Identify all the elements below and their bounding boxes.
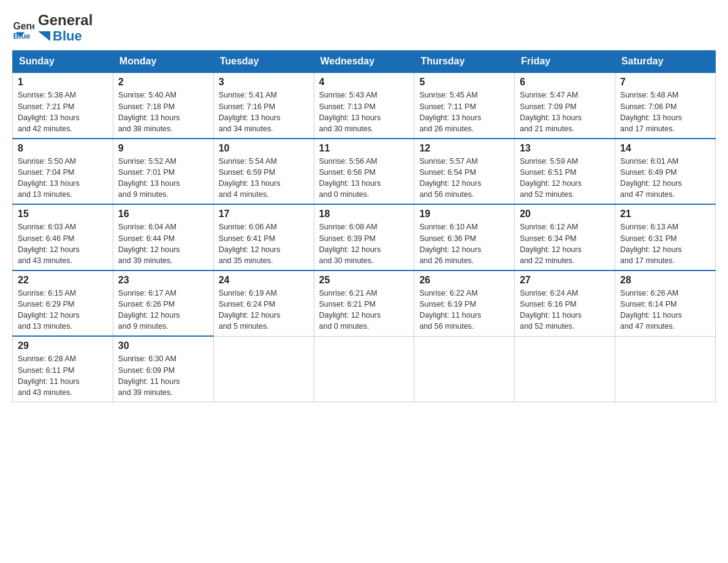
day-number: 28 bbox=[620, 275, 710, 286]
day-number: 7 bbox=[620, 77, 710, 88]
calendar-cell: 3Sunrise: 5:41 AMSunset: 7:16 PMDaylight… bbox=[213, 72, 314, 139]
day-number: 5 bbox=[419, 77, 509, 88]
calendar-cell: 5Sunrise: 5:45 AMSunset: 7:11 PMDaylight… bbox=[414, 72, 515, 139]
day-number: 22 bbox=[18, 275, 108, 286]
day-number: 6 bbox=[520, 77, 610, 88]
svg-text:Blue: Blue bbox=[13, 31, 30, 39]
logo: General Blue General Blue bbox=[12, 12, 93, 44]
calendar-cell: 30Sunrise: 6:30 AMSunset: 6:09 PMDayligh… bbox=[113, 336, 213, 402]
calendar-cell: 26Sunrise: 6:22 AMSunset: 6:19 PMDayligh… bbox=[414, 270, 515, 337]
day-number: 11 bbox=[319, 143, 409, 154]
calendar-cell: 1Sunrise: 5:38 AMSunset: 7:21 PMDaylight… bbox=[13, 72, 113, 139]
calendar-cell: 17Sunrise: 6:06 AMSunset: 6:41 PMDayligh… bbox=[213, 204, 314, 270]
calendar-cell bbox=[515, 336, 615, 402]
calendar-cell: 29Sunrise: 6:28 AMSunset: 6:11 PMDayligh… bbox=[13, 336, 113, 402]
day-header-wednesday: Wednesday bbox=[314, 51, 414, 73]
calendar-cell: 16Sunrise: 6:04 AMSunset: 6:44 PMDayligh… bbox=[113, 204, 213, 270]
calendar-cell: 27Sunrise: 6:24 AMSunset: 6:16 PMDayligh… bbox=[515, 270, 615, 337]
calendar-week-row: 22Sunrise: 6:15 AMSunset: 6:29 PMDayligh… bbox=[13, 270, 716, 337]
day-info: Sunrise: 5:41 AMSunset: 7:16 PMDaylight:… bbox=[219, 90, 309, 134]
day-number: 26 bbox=[419, 275, 509, 286]
day-info: Sunrise: 5:56 AMSunset: 6:56 PMDaylight:… bbox=[319, 156, 409, 201]
calendar-cell bbox=[314, 336, 414, 402]
logo-blue-text: Blue bbox=[53, 28, 82, 44]
calendar-week-row: 29Sunrise: 6:28 AMSunset: 6:11 PMDayligh… bbox=[13, 336, 716, 402]
day-number: 29 bbox=[18, 340, 108, 351]
calendar-table: SundayMondayTuesdayWednesdayThursdayFrid… bbox=[12, 50, 716, 402]
day-info: Sunrise: 6:01 AMSunset: 6:49 PMDaylight:… bbox=[620, 156, 710, 201]
calendar-cell: 19Sunrise: 6:10 AMSunset: 6:36 PMDayligh… bbox=[414, 204, 515, 270]
svg-marker-3 bbox=[38, 31, 50, 41]
calendar-cell: 21Sunrise: 6:13 AMSunset: 6:31 PMDayligh… bbox=[615, 204, 716, 270]
day-header-monday: Monday bbox=[113, 51, 213, 73]
day-number: 1 bbox=[18, 77, 108, 88]
day-info: Sunrise: 5:57 AMSunset: 6:54 PMDaylight:… bbox=[419, 156, 509, 201]
calendar-cell: 2Sunrise: 5:40 AMSunset: 7:18 PMDaylight… bbox=[113, 72, 213, 139]
day-info: Sunrise: 6:26 AMSunset: 6:14 PMDaylight:… bbox=[620, 288, 710, 332]
day-number: 19 bbox=[419, 209, 509, 220]
day-number: 13 bbox=[520, 143, 610, 154]
day-info: Sunrise: 5:47 AMSunset: 7:09 PMDaylight:… bbox=[520, 90, 610, 134]
day-number: 20 bbox=[520, 209, 610, 220]
calendar-cell: 9Sunrise: 5:52 AMSunset: 7:01 PMDaylight… bbox=[113, 139, 213, 205]
calendar-week-row: 1Sunrise: 5:38 AMSunset: 7:21 PMDaylight… bbox=[13, 72, 716, 139]
day-info: Sunrise: 5:59 AMSunset: 6:51 PMDaylight:… bbox=[520, 156, 610, 201]
day-info: Sunrise: 6:21 AMSunset: 6:21 PMDaylight:… bbox=[319, 288, 409, 332]
day-number: 17 bbox=[219, 209, 309, 220]
day-header-friday: Friday bbox=[515, 51, 615, 73]
calendar-header-row: SundayMondayTuesdayWednesdayThursdayFrid… bbox=[13, 51, 716, 73]
calendar-cell: 8Sunrise: 5:50 AMSunset: 7:04 PMDaylight… bbox=[13, 139, 113, 205]
calendar-cell: 24Sunrise: 6:19 AMSunset: 6:24 PMDayligh… bbox=[213, 270, 314, 337]
day-info: Sunrise: 5:43 AMSunset: 7:13 PMDaylight:… bbox=[319, 90, 409, 134]
day-info: Sunrise: 6:28 AMSunset: 6:11 PMDaylight:… bbox=[18, 353, 108, 398]
calendar-cell bbox=[615, 336, 716, 402]
day-info: Sunrise: 6:12 AMSunset: 6:34 PMDaylight:… bbox=[520, 221, 610, 266]
day-number: 18 bbox=[319, 209, 409, 220]
calendar-cell bbox=[213, 336, 314, 402]
day-number: 10 bbox=[219, 143, 309, 154]
day-info: Sunrise: 6:15 AMSunset: 6:29 PMDaylight:… bbox=[18, 288, 108, 332]
calendar-cell: 12Sunrise: 5:57 AMSunset: 6:54 PMDayligh… bbox=[414, 139, 515, 205]
day-info: Sunrise: 5:50 AMSunset: 7:04 PMDaylight:… bbox=[18, 156, 108, 201]
day-header-tuesday: Tuesday bbox=[213, 51, 314, 73]
day-info: Sunrise: 6:22 AMSunset: 6:19 PMDaylight:… bbox=[419, 288, 509, 332]
page-header: General Blue General Blue bbox=[12, 12, 716, 44]
calendar-week-row: 15Sunrise: 6:03 AMSunset: 6:46 PMDayligh… bbox=[13, 204, 716, 270]
day-info: Sunrise: 5:45 AMSunset: 7:11 PMDaylight:… bbox=[419, 90, 509, 134]
day-number: 27 bbox=[520, 275, 610, 286]
day-info: Sunrise: 6:04 AMSunset: 6:44 PMDaylight:… bbox=[118, 221, 208, 266]
day-number: 3 bbox=[219, 77, 309, 88]
day-number: 14 bbox=[620, 143, 710, 154]
logo-general-text: General bbox=[38, 12, 93, 28]
day-info: Sunrise: 6:19 AMSunset: 6:24 PMDaylight:… bbox=[219, 288, 309, 332]
day-info: Sunrise: 6:03 AMSunset: 6:46 PMDaylight:… bbox=[18, 221, 108, 266]
calendar-cell: 4Sunrise: 5:43 AMSunset: 7:13 PMDaylight… bbox=[314, 72, 414, 139]
day-info: Sunrise: 6:30 AMSunset: 6:09 PMDaylight:… bbox=[118, 353, 208, 398]
logo-triangle-icon bbox=[38, 31, 50, 41]
calendar-cell: 13Sunrise: 5:59 AMSunset: 6:51 PMDayligh… bbox=[515, 139, 615, 205]
day-number: 12 bbox=[419, 143, 509, 154]
calendar-cell: 14Sunrise: 6:01 AMSunset: 6:49 PMDayligh… bbox=[615, 139, 716, 205]
calendar-cell: 23Sunrise: 6:17 AMSunset: 6:26 PMDayligh… bbox=[113, 270, 213, 337]
day-number: 23 bbox=[118, 275, 208, 286]
calendar-week-row: 8Sunrise: 5:50 AMSunset: 7:04 PMDaylight… bbox=[13, 139, 716, 205]
day-info: Sunrise: 6:08 AMSunset: 6:39 PMDaylight:… bbox=[319, 221, 409, 266]
day-header-thursday: Thursday bbox=[414, 51, 515, 73]
day-number: 21 bbox=[620, 209, 710, 220]
day-info: Sunrise: 6:17 AMSunset: 6:26 PMDaylight:… bbox=[118, 288, 208, 332]
day-number: 16 bbox=[118, 209, 208, 220]
calendar-cell: 20Sunrise: 6:12 AMSunset: 6:34 PMDayligh… bbox=[515, 204, 615, 270]
day-number: 24 bbox=[219, 275, 309, 286]
calendar-cell: 25Sunrise: 6:21 AMSunset: 6:21 PMDayligh… bbox=[314, 270, 414, 337]
day-info: Sunrise: 6:13 AMSunset: 6:31 PMDaylight:… bbox=[620, 221, 710, 266]
day-info: Sunrise: 6:06 AMSunset: 6:41 PMDaylight:… bbox=[219, 221, 309, 266]
day-info: Sunrise: 6:10 AMSunset: 6:36 PMDaylight:… bbox=[419, 221, 509, 266]
logo-icon: General Blue bbox=[12, 17, 34, 39]
day-info: Sunrise: 5:52 AMSunset: 7:01 PMDaylight:… bbox=[118, 156, 208, 201]
calendar-cell: 6Sunrise: 5:47 AMSunset: 7:09 PMDaylight… bbox=[515, 72, 615, 139]
day-number: 8 bbox=[18, 143, 108, 154]
calendar-cell: 10Sunrise: 5:54 AMSunset: 6:59 PMDayligh… bbox=[213, 139, 314, 205]
day-header-saturday: Saturday bbox=[615, 51, 716, 73]
calendar-cell: 18Sunrise: 6:08 AMSunset: 6:39 PMDayligh… bbox=[314, 204, 414, 270]
day-header-sunday: Sunday bbox=[13, 51, 113, 73]
